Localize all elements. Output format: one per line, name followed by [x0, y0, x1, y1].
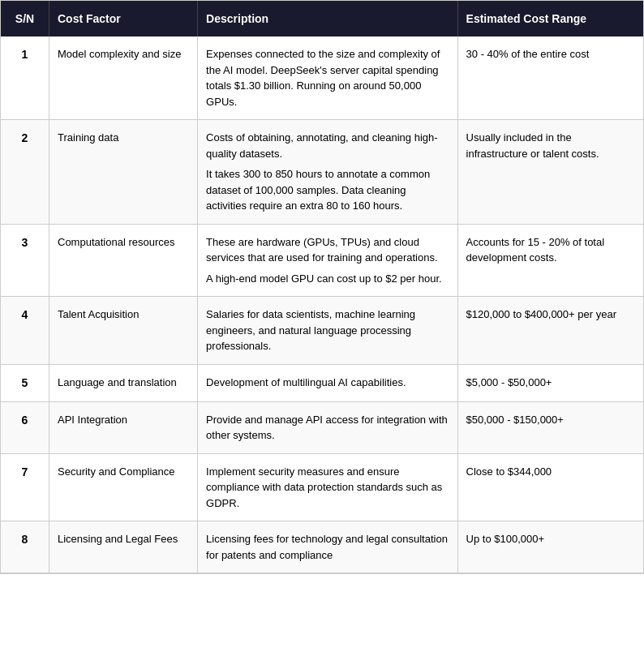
- cell-sn: 4: [1, 297, 49, 365]
- cell-cost-factor: API Integration: [49, 401, 198, 453]
- description-paragraph: A high-end model GPU can cost up to $2 p…: [206, 271, 449, 287]
- table-row: 2Training dataCosts of obtaining, annota…: [1, 120, 643, 225]
- description-paragraph: Implement security measures and ensure c…: [206, 464, 449, 512]
- table-row: 6API IntegrationProvide and manage API a…: [1, 401, 643, 453]
- cell-sn: 1: [1, 36, 49, 120]
- header-description: Description: [198, 1, 457, 36]
- description-paragraph: Expenses connected to the size and compl…: [206, 46, 449, 109]
- cell-cost-range: Up to $100,000+: [457, 521, 643, 573]
- description-paragraph: Provide and manage API access for integr…: [206, 412, 449, 444]
- table-row: 4Talent AcquisitionSalaries for data sci…: [1, 297, 643, 365]
- cell-cost-factor: Training data: [49, 120, 198, 225]
- table-row: 3Computational resourcesThese are hardwa…: [1, 224, 643, 297]
- cell-sn: 2: [1, 120, 49, 225]
- table-row: 1Model complexity and sizeExpenses conne…: [1, 36, 643, 120]
- description-paragraph: Development of multilingual AI capabilit…: [206, 375, 449, 391]
- cell-cost-factor: Licensing and Legal Fees: [49, 521, 198, 573]
- cell-sn: 8: [1, 521, 49, 573]
- table-body: 1Model complexity and sizeExpenses conne…: [1, 36, 643, 573]
- cell-cost-factor: Security and Compliance: [49, 453, 198, 521]
- cell-description: Implement security measures and ensure c…: [198, 453, 457, 521]
- header-cost-factor: Cost Factor: [49, 1, 198, 36]
- cell-description: Licensing fees for technology and legal …: [198, 521, 457, 573]
- table-row: 7Security and ComplianceImplement securi…: [1, 453, 643, 521]
- cell-cost-factor: Talent Acquisition: [49, 297, 198, 365]
- description-paragraph: It takes 300 to 850 hours to annotate a …: [206, 166, 449, 214]
- cell-cost-factor: Language and translation: [49, 364, 198, 401]
- header-estimated-cost: Estimated Cost Range: [457, 1, 643, 36]
- table-row: 5Language and translationDevelopment of …: [1, 364, 643, 401]
- table-header-row: S/N Cost Factor Description Estimated Co…: [1, 1, 643, 36]
- cost-table: S/N Cost Factor Description Estimated Co…: [1, 1, 643, 573]
- description-paragraph: These are hardware (GPUs, TPUs) and clou…: [206, 234, 449, 266]
- cell-description: Salaries for data scientists, machine le…: [198, 297, 457, 365]
- cell-description: Provide and manage API access for integr…: [198, 401, 457, 453]
- cell-cost-range: $5,000 - $50,000+: [457, 364, 643, 401]
- cell-sn: 7: [1, 453, 49, 521]
- cell-description: Development of multilingual AI capabilit…: [198, 364, 457, 401]
- cell-description: Expenses connected to the size and compl…: [198, 36, 457, 120]
- description-paragraph: Salaries for data scientists, machine le…: [206, 307, 449, 354]
- cell-cost-range: Accounts for 15 - 20% of total developme…: [457, 224, 643, 297]
- cell-description: These are hardware (GPUs, TPUs) and clou…: [198, 224, 457, 297]
- cell-cost-range: $50,000 - $150,000+: [457, 401, 643, 453]
- cell-cost-range: Close to $344,000: [457, 453, 643, 521]
- cell-cost-range: Usually included in the infrastructure o…: [457, 120, 643, 225]
- cell-cost-range: $120,000 to $400,000+ per year: [457, 297, 643, 365]
- cost-table-container: S/N Cost Factor Description Estimated Co…: [0, 0, 644, 574]
- cell-cost-factor: Model complexity and size: [49, 36, 198, 120]
- cell-sn: 3: [1, 224, 49, 297]
- cell-sn: 6: [1, 401, 49, 453]
- cell-description: Costs of obtaining, annotating, and clea…: [198, 120, 457, 225]
- description-paragraph: Costs of obtaining, annotating, and clea…: [206, 130, 449, 161]
- cell-cost-range: 30 - 40% of the entire cost: [457, 36, 643, 120]
- cell-sn: 5: [1, 364, 49, 401]
- description-paragraph: Licensing fees for technology and legal …: [206, 531, 449, 563]
- header-sn: S/N: [1, 1, 49, 36]
- cell-cost-factor: Computational resources: [49, 224, 198, 297]
- table-row: 8Licensing and Legal FeesLicensing fees …: [1, 521, 643, 573]
